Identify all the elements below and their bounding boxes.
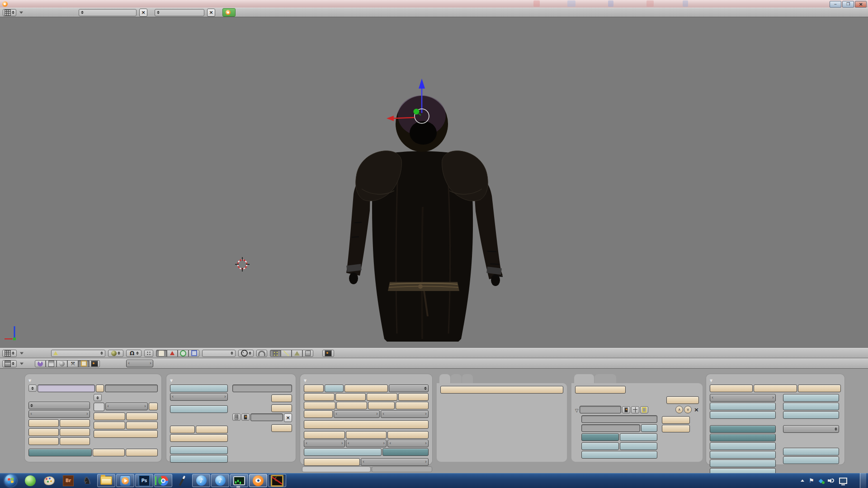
render-preview-button[interactable] xyxy=(322,350,334,357)
loop-select-dropdown[interactable] xyxy=(783,425,839,433)
modifier-move-up-button[interactable] xyxy=(675,406,683,413)
panel-collapse-icon[interactable] xyxy=(710,377,712,383)
center-button[interactable] xyxy=(170,426,195,433)
taskbar-itunes-alt[interactable]: ♪ xyxy=(211,474,229,487)
vertex-color-new-button[interactable] xyxy=(271,424,292,432)
offset-field[interactable] xyxy=(361,458,429,466)
smooth-button[interactable] xyxy=(336,402,367,409)
fractal-button[interactable] xyxy=(398,393,429,401)
beauty-toggle[interactable] xyxy=(304,385,324,392)
taskbar-chrome[interactable] xyxy=(154,474,172,487)
scene-selector[interactable] xyxy=(155,9,204,16)
manipulator-translate-button[interactable] xyxy=(167,350,178,357)
draw-normals-toggle[interactable] xyxy=(710,403,776,410)
fake-user-button[interactable] xyxy=(96,385,104,392)
vgroup-inv-toggle[interactable] xyxy=(641,424,657,432)
weight-field[interactable] xyxy=(28,410,90,418)
edge-length-toggle[interactable] xyxy=(783,394,839,402)
tab-uv-calculation[interactable] xyxy=(451,374,462,383)
select-mode-vertex-button[interactable] xyxy=(270,350,281,357)
network-icon[interactable] xyxy=(839,478,847,484)
snap-magnet-button[interactable] xyxy=(256,350,267,357)
occlude-geometry-button[interactable] xyxy=(302,350,313,357)
vgroup-select-button[interactable] xyxy=(28,437,59,445)
split-button[interactable] xyxy=(368,402,395,409)
modifier-apply-button[interactable] xyxy=(662,416,690,424)
panel-scrollbar[interactable] xyxy=(372,466,432,472)
spin-dup-button[interactable] xyxy=(346,431,387,439)
taskbar-media-center[interactable] xyxy=(21,474,39,487)
action-center-icon[interactable] xyxy=(809,477,814,484)
subdivide-button[interactable] xyxy=(344,385,388,392)
tab-texture-face[interactable] xyxy=(462,374,473,383)
limit-field[interactable] xyxy=(334,410,380,418)
material-delete-button[interactable] xyxy=(126,413,158,420)
select-mode-face-button[interactable] xyxy=(292,350,302,357)
material-new-button[interactable] xyxy=(94,413,125,420)
modifier-delete-button[interactable] xyxy=(694,406,699,413)
taskbar-media-player[interactable] xyxy=(116,474,134,487)
modifier-editmode-toggle[interactable] xyxy=(640,406,648,413)
taskbar-brush-tool[interactable] xyxy=(173,474,191,487)
vertex-group-dropdown[interactable] xyxy=(28,402,90,409)
taskbar-chess[interactable]: ♞ xyxy=(78,474,96,487)
taskbar-resource-monitor[interactable] xyxy=(230,474,248,487)
modifier-realtime-toggle[interactable] xyxy=(631,406,639,413)
taskbar-creation-kit[interactable] xyxy=(268,474,286,487)
panel-collapse-icon[interactable] xyxy=(28,377,31,383)
draw-bevel-weights-toggle[interactable] xyxy=(710,451,776,459)
taskbar-adobe-bridge[interactable]: Br xyxy=(59,474,77,487)
add-modifier-button[interactable] xyxy=(575,386,626,394)
tab-multires[interactable] xyxy=(439,374,450,383)
panel-collapse-icon[interactable] xyxy=(170,377,173,383)
add-multires-button[interactable] xyxy=(440,386,563,394)
close-button[interactable] xyxy=(855,1,867,8)
uvtex-grid-button[interactable] xyxy=(232,413,241,421)
all-edges-toggle[interactable] xyxy=(783,448,839,455)
shading-context-button[interactable] xyxy=(57,360,67,367)
mode-dropdown[interactable] xyxy=(51,350,105,357)
hash-button[interactable] xyxy=(335,393,366,401)
no-vnormal-flip-toggle[interactable] xyxy=(170,455,228,463)
header-collapse-icon[interactable] xyxy=(20,362,24,365)
threshold-field[interactable] xyxy=(381,410,429,418)
script-context-button[interactable] xyxy=(46,360,57,367)
rem-doubles-button[interactable] xyxy=(304,410,333,418)
innervert-dropdown[interactable] xyxy=(389,385,429,392)
auto-smooth-toggle[interactable] xyxy=(170,385,228,392)
viewport-3d[interactable] xyxy=(0,17,868,348)
object-context-button[interactable]: ⤧ xyxy=(67,360,78,367)
minimize-button[interactable] xyxy=(830,1,841,8)
steps-field[interactable] xyxy=(346,440,387,447)
double-sided-toggle[interactable] xyxy=(170,446,228,454)
spin-degr-field[interactable] xyxy=(304,440,345,447)
orientation-dropdown[interactable] xyxy=(202,350,236,357)
maximize-button[interactable] xyxy=(842,1,854,8)
spin-button[interactable] xyxy=(304,431,345,439)
draw-faces-toggle[interactable] xyxy=(710,425,776,433)
manipulator-rotate-button[interactable] xyxy=(178,350,189,357)
material-deselect-button[interactable] xyxy=(126,422,158,429)
buttons-window-type-button[interactable] xyxy=(2,360,17,367)
taskbar-itunes[interactable]: ♪ xyxy=(192,474,210,487)
degr-field[interactable] xyxy=(170,393,228,401)
uvtex-name-field[interactable] xyxy=(250,413,283,421)
vgroup-new-button[interactable] xyxy=(28,419,59,427)
extrude-dup-button[interactable] xyxy=(304,458,360,466)
envelopes-toggle[interactable] xyxy=(620,433,657,441)
center-new-button[interactable] xyxy=(196,426,228,433)
modifier-move-down-button[interactable] xyxy=(684,406,692,413)
xsort-button[interactable] xyxy=(367,393,397,401)
screw-button[interactable] xyxy=(387,431,429,439)
uvtex-image-button[interactable] xyxy=(241,413,250,421)
center-cursor-button[interactable] xyxy=(170,434,228,442)
select-swap-button[interactable] xyxy=(710,385,753,392)
vgroup-deselect-button[interactable] xyxy=(60,437,90,445)
vgroup-delete-button[interactable] xyxy=(60,419,90,427)
short-toggle[interactable] xyxy=(325,385,344,392)
scene-delete-button[interactable] xyxy=(207,9,215,17)
tray-expand-button[interactable] xyxy=(801,479,804,482)
logic-context-button[interactable] xyxy=(35,360,46,367)
manipulator-toggle-button[interactable] xyxy=(156,350,167,357)
material-assign-button[interactable] xyxy=(94,430,158,438)
